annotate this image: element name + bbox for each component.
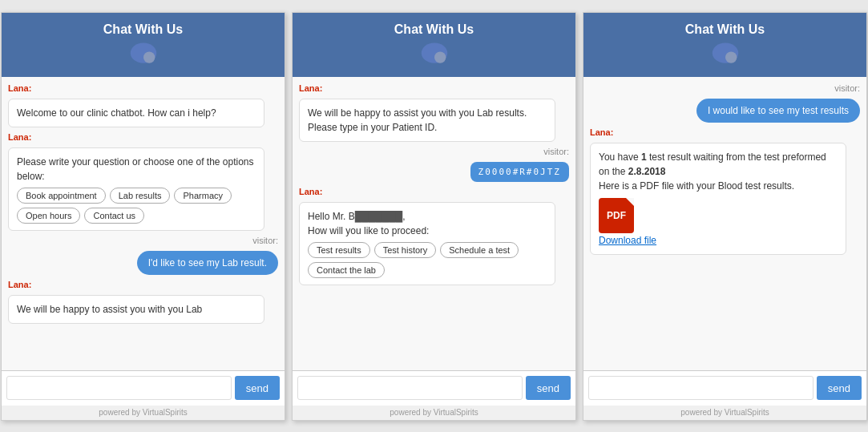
chat-body-2[interactable]: Lana: We will be happy to assist you wit… — [293, 77, 575, 370]
lana-label: Lana: — [8, 83, 278, 93]
chat-widget-2: Chat With Us Lana: We will be happy to a… — [292, 12, 576, 421]
chat-footer-1: send — [2, 370, 285, 406]
bot-bubble-partial: We will be happy to assist you with you … — [8, 295, 264, 324]
patient-id-bubble: Z0000#R#0JTZ — [470, 162, 569, 182]
chat-input-3[interactable] — [588, 376, 813, 400]
powered-by-2: powered by VirtualSpirits — [293, 406, 575, 420]
chat-widgets-container: Chat With Us Lana: Welcome to our clinic… — [0, 4, 868, 429]
bot-bubble: Welcome to our clinic chatbot. How can i… — [8, 99, 264, 127]
download-link[interactable]: Download file — [599, 235, 656, 246]
lab-results-btn[interactable]: Lab results — [110, 188, 171, 204]
test-history-btn[interactable]: Test history — [374, 242, 437, 258]
chat-input-1[interactable] — [6, 376, 232, 400]
pdf-icon: PDF — [599, 198, 634, 233]
chat-header-2: Chat With Us — [293, 13, 575, 77]
chat-title-2: Chat With Us — [394, 22, 474, 37]
chat-title-3: Chat With Us — [685, 22, 765, 37]
chat-body-3[interactable]: visitor: I would like to see my test res… — [583, 77, 866, 370]
user-bubble: I'd like to see my Lab result. — [137, 251, 278, 275]
bot-bubble-pdf: You have 1 test result waiting from the … — [590, 143, 846, 255]
chat-widget-1: Chat With Us Lana: Welcome to our clinic… — [1, 12, 285, 421]
bot-bubble-options2: Hello Mr. B███████,How will you like to … — [299, 202, 555, 285]
option-buttons-group2: Test results Test history Schedule a tes… — [308, 242, 547, 278]
svg-point-6 — [434, 51, 446, 63]
chat-header-1: Chat With Us — [2, 13, 285, 77]
contact-us-btn[interactable]: Contact us — [84, 208, 144, 224]
chat-title-1: Chat With Us — [103, 22, 183, 37]
chat-icon-2 — [420, 40, 449, 69]
chat-footer-2: send — [293, 370, 575, 406]
lana-label: Lana: — [590, 127, 860, 137]
send-button-3[interactable]: send — [817, 376, 862, 400]
chat-icon-1 — [129, 40, 158, 69]
bot-bubble: We will be happy to assist you with you … — [299, 99, 555, 142]
lana-label: Lana: — [8, 132, 278, 142]
lana-label: Lana: — [8, 280, 278, 289]
visitor-label: visitor: — [590, 83, 860, 93]
send-button-2[interactable]: send — [526, 376, 571, 400]
chat-body-1[interactable]: Lana: Welcome to our clinic chatbot. How… — [2, 77, 285, 370]
user-bubble-3: I would like to see my test results — [696, 99, 860, 123]
schedule-test-btn[interactable]: Schedule a test — [440, 242, 519, 258]
contact-lab-btn[interactable]: Contact the lab — [308, 262, 385, 278]
svg-point-10 — [725, 51, 737, 63]
powered-by-1: powered by VirtualSpirits — [2, 406, 285, 420]
book-appointment-btn[interactable]: Book appointment — [17, 188, 106, 204]
lana-label: Lana: — [299, 187, 569, 196]
chat-header-3: Chat With Us — [583, 13, 866, 77]
send-button-1[interactable]: send — [235, 376, 280, 400]
chat-input-2[interactable] — [297, 376, 523, 400]
chat-icon-3 — [711, 40, 740, 69]
pdf-icon-container: PDF — [599, 198, 838, 233]
visitor-label: visitor: — [299, 147, 569, 156]
bot-bubble-options: Please write your question or choose one… — [8, 147, 264, 231]
chat-footer-3: send — [583, 370, 866, 406]
pdf-label: PDF — [607, 208, 626, 223]
option-buttons-group: Book appointment Lab results Pharmacy Op… — [17, 188, 256, 224]
visitor-label: visitor: — [8, 236, 278, 245]
svg-point-2 — [143, 51, 155, 63]
test-results-btn[interactable]: Test results — [308, 242, 370, 258]
open-hours-btn[interactable]: Open hours — [17, 208, 80, 224]
powered-by-3: powered by VirtualSpirits — [583, 406, 866, 420]
pharmacy-btn[interactable]: Pharmacy — [174, 188, 232, 204]
lana-label: Lana: — [299, 83, 569, 93]
chat-widget-3: Chat With Us visitor: I would like to se… — [583, 12, 867, 421]
